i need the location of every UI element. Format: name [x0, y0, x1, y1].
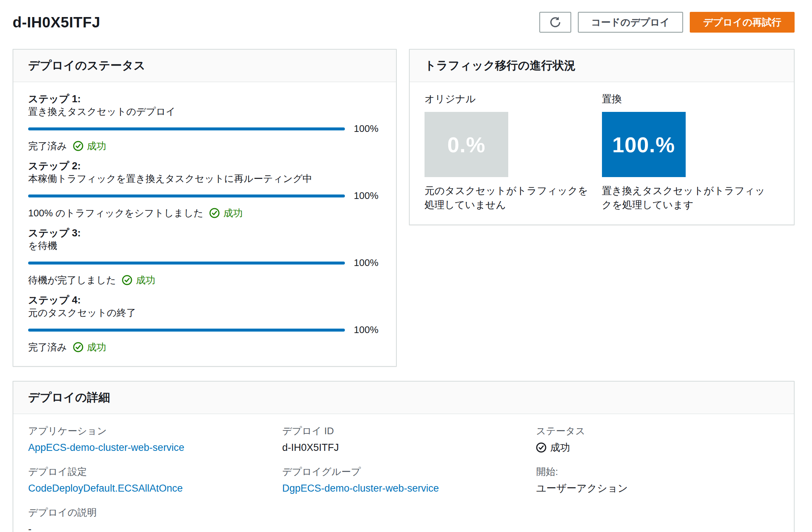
progress-bar-fill: [28, 194, 345, 197]
step-description: を待機: [28, 239, 381, 252]
initiated-by-value: ユーザーアクション: [536, 482, 779, 495]
step-progress-row: 100%: [28, 324, 381, 336]
field-label: デプロイ設定: [28, 465, 271, 478]
step-name: ステップ 1:: [28, 93, 381, 105]
top-cards-row: デプロイのステータス ステップ 1: 置き換えタスクセットのデプロイ 100% …: [13, 49, 795, 367]
field-deployment-config: デプロイ設定 CodeDeployDefault.ECSAllAtOnce: [28, 465, 271, 495]
details-column-3: ステータス 成功 開始: ユーザーアクション: [536, 425, 779, 532]
progress-percent-label: 100%: [354, 190, 381, 202]
progress-bar-fill: [28, 127, 345, 130]
deployment-description-value: -: [28, 522, 271, 532]
step-progress-row: 100%: [28, 123, 381, 134]
step-status-text: 待機が完了しました: [28, 274, 116, 286]
traffic-replacement-description: 置き換えタスクセットがトラフィックを処理しています: [602, 184, 768, 212]
refresh-icon: [549, 16, 561, 28]
status-value: 成功: [536, 441, 779, 454]
deployment-details-card: デプロイの詳細 アプリケーション AppECS-demo-cluster-web…: [13, 381, 795, 532]
traffic-replacement-column: 置換 100.% 置き換えタスクセットがトラフィックを処理しています: [602, 93, 779, 212]
details-column-2: デプロイ ID d-IH0X5ITFJ デプロイグループ DgpECS-demo…: [282, 425, 525, 532]
traffic-original-percent: 0.%: [447, 132, 486, 157]
traffic-replacement-label: 置換: [602, 93, 768, 105]
progress-bar-fill: [28, 262, 345, 265]
step-result-badge: 成功: [209, 207, 243, 219]
field-label: デプロイ ID: [282, 425, 525, 437]
step-result-text: 成功: [136, 274, 155, 286]
traffic-original-description: 元のタスクセットがトラフィックを処理していません: [425, 184, 591, 212]
success-check-icon: [536, 442, 546, 453]
traffic-shifting-card: トラフィック移行の進行状況 オリジナル 0.% 元のタスクセットがトラフィックを…: [409, 49, 795, 225]
status-card-title: デプロイのステータス: [28, 58, 381, 73]
traffic-original-box: 0.%: [425, 112, 508, 177]
field-label: ステータス: [536, 425, 779, 437]
deployment-config-link[interactable]: CodeDeployDefault.ECSAllAtOnce: [28, 482, 183, 495]
success-check-icon: [73, 342, 83, 352]
traffic-original-column: オリジナル 0.% 元のタスクセットがトラフィックを処理していません: [425, 93, 602, 212]
page-title: d-IH0X5ITFJ: [13, 14, 100, 31]
field-application: アプリケーション AppECS-demo-cluster-web-service: [28, 425, 271, 454]
step-status-row: 待機が完了しました 成功: [28, 274, 381, 286]
field-deployment-description: デプロイの説明 -: [28, 506, 271, 532]
field-label: デプロイの説明: [28, 506, 271, 519]
deployment-step-4: ステップ 4: 元のタスクセットの終了 100% 完了済み: [28, 294, 381, 353]
progress-bar-fill: [28, 329, 345, 332]
progress-bar: [28, 127, 345, 130]
traffic-replacement-box: 100.%: [602, 112, 686, 177]
refresh-button[interactable]: [539, 12, 571, 33]
details-column-1: アプリケーション AppECS-demo-cluster-web-service…: [28, 425, 271, 532]
deployment-page: d-IH0X5ITFJ コードのデプロイ デプロイの再試行 デプロイのステータス…: [0, 0, 812, 532]
field-label: アプリケーション: [28, 425, 271, 437]
step-status-text: 完了済み: [28, 341, 67, 353]
step-description: 元のタスクセットの終了: [28, 306, 381, 319]
step-result-text: 成功: [223, 207, 243, 219]
field-status: ステータス 成功: [536, 425, 779, 454]
deployment-step-2: ステップ 2: 本稼働トラフィックを置き換えタスクセットに再ルーティング中 10…: [28, 160, 381, 219]
step-progress-row: 100%: [28, 190, 381, 202]
step-name: ステップ 3:: [28, 227, 381, 239]
application-link[interactable]: AppECS-demo-cluster-web-service: [28, 441, 184, 454]
progress-bar: [28, 262, 345, 265]
step-name: ステップ 4:: [28, 294, 381, 306]
step-result-badge: 成功: [122, 274, 155, 286]
success-check-icon: [209, 208, 220, 218]
page-header: d-IH0X5ITFJ コードのデプロイ デプロイの再試行: [13, 10, 795, 33]
step-result-badge: 成功: [73, 341, 106, 353]
traffic-card-header: トラフィック移行の進行状況: [410, 50, 794, 82]
step-name: ステップ 2:: [28, 160, 381, 172]
traffic-columns: オリジナル 0.% 元のタスクセットがトラフィックを処理していません 置換 10…: [425, 93, 779, 212]
status-card-body: ステップ 1: 置き換えタスクセットのデプロイ 100% 完了済み: [13, 82, 396, 366]
field-label: デプロイグループ: [282, 465, 525, 478]
field-deployment-id: デプロイ ID d-IH0X5ITFJ: [282, 425, 525, 454]
deploy-code-button[interactable]: コードのデプロイ: [578, 12, 683, 33]
field-deployment-group: デプロイグループ DgpECS-demo-cluster-web-service: [282, 465, 525, 495]
traffic-replacement-percent: 100.%: [612, 132, 675, 157]
step-status-row: 100% のトラフィックをシフトしました 成功: [28, 207, 381, 219]
header-actions: コードのデプロイ デプロイの再試行: [539, 12, 795, 33]
deployment-step-1: ステップ 1: 置き換えタスクセットのデプロイ 100% 完了済み: [28, 93, 381, 152]
step-progress-row: 100%: [28, 257, 381, 269]
deployment-id-value: d-IH0X5ITFJ: [282, 441, 525, 454]
field-initiated-by: 開始: ユーザーアクション: [536, 465, 779, 495]
progress-percent-label: 100%: [354, 324, 381, 336]
step-status-text: 100% のトラフィックをシフトしました: [28, 207, 203, 219]
traffic-card-body: オリジナル 0.% 元のタスクセットがトラフィックを処理していません 置換 10…: [410, 82, 794, 225]
step-status-row: 完了済み 成功: [28, 341, 381, 353]
progress-bar: [28, 329, 345, 332]
details-grid: アプリケーション AppECS-demo-cluster-web-service…: [28, 425, 779, 532]
step-result-text: 成功: [87, 140, 106, 152]
progress-percent-label: 100%: [354, 123, 381, 134]
status-result-text: 成功: [550, 441, 570, 454]
details-card-title: デプロイの詳細: [28, 390, 779, 405]
deployment-status-card: デプロイのステータス ステップ 1: 置き換えタスクセットのデプロイ 100% …: [13, 49, 397, 367]
step-description: 置き換えタスクセットのデプロイ: [28, 105, 381, 118]
retry-deployment-button[interactable]: デプロイの再試行: [690, 12, 795, 33]
traffic-card-title: トラフィック移行の進行状況: [425, 58, 779, 73]
step-description: 本稼働トラフィックを置き換えタスクセットに再ルーティング中: [28, 172, 381, 185]
details-card-body: アプリケーション AppECS-demo-cluster-web-service…: [13, 414, 794, 532]
step-status-text: 完了済み: [28, 140, 67, 152]
status-card-header: デプロイのステータス: [13, 50, 396, 82]
traffic-original-label: オリジナル: [425, 93, 591, 105]
details-card-header: デプロイの詳細: [13, 382, 794, 414]
deployment-group-link[interactable]: DgpECS-demo-cluster-web-service: [282, 482, 439, 495]
success-check-icon: [122, 275, 132, 285]
step-result-badge: 成功: [73, 140, 106, 152]
